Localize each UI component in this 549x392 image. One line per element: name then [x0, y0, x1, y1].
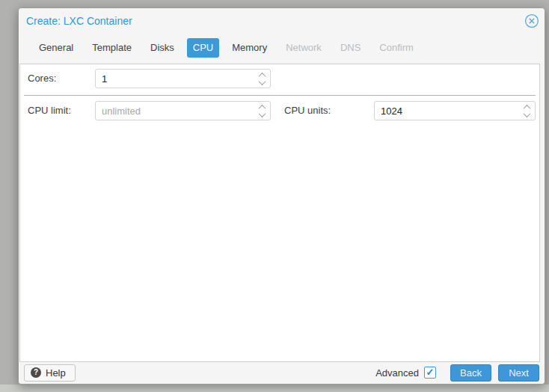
create-lxc-container-dialog: Create: LXC Container GeneralTemplateDis…: [18, 7, 545, 385]
dialog-tabbar: GeneralTemplateDisksCPUMemoryNetworkDNSC…: [33, 38, 426, 58]
advanced-label: Advanced: [375, 367, 419, 379]
tab-disks[interactable]: Disks: [144, 38, 180, 58]
cores-label: Cores:: [28, 69, 56, 88]
cores-spinner-buttons[interactable]: [254, 70, 270, 88]
back-button[interactable]: Back: [450, 364, 491, 382]
cpu-limit-input[interactable]: [96, 102, 254, 120]
cpu-units-input[interactable]: [375, 102, 518, 120]
help-button[interactable]: ? Help: [24, 364, 76, 382]
spinner-down-icon[interactable]: [523, 110, 530, 117]
tab-network: Network: [280, 38, 328, 58]
cpu-units-spinner-buttons[interactable]: [518, 102, 535, 120]
page-background-strip: [0, 385, 549, 392]
row-separator: [24, 95, 536, 96]
footer-right-group: Advanced ✓ Back Next: [375, 364, 539, 382]
next-button[interactable]: Next: [498, 364, 539, 382]
question-icon: ?: [31, 367, 41, 378]
tab-confirm: Confirm: [373, 38, 420, 58]
cpu-units-spinner-field: [374, 101, 536, 120]
tab-cpu[interactable]: CPU: [187, 38, 219, 58]
help-button-label: Help: [46, 367, 66, 379]
spinner-down-icon[interactable]: [258, 78, 266, 85]
dialog-title: Create: LXC Container: [26, 15, 132, 27]
close-circle-icon: [524, 13, 539, 28]
cpu-limit-spinner-field: [95, 101, 271, 120]
cores-input[interactable]: [96, 70, 254, 88]
dialog-footer: ? Help Advanced ✓ Back Next: [19, 361, 545, 384]
cores-spinner-field: [95, 69, 271, 88]
cpu-tab-panel: Cores: CPU limit: CPU units:: [19, 64, 540, 362]
tab-general[interactable]: General: [33, 38, 79, 58]
cpu-limit-label: CPU limit:: [28, 101, 71, 120]
spinner-down-icon[interactable]: [258, 110, 266, 117]
cpu-limit-spinner-buttons[interactable]: [254, 102, 270, 120]
advanced-checkbox[interactable]: ✓: [424, 367, 436, 379]
tab-template[interactable]: Template: [86, 38, 138, 58]
tab-memory[interactable]: Memory: [226, 38, 273, 58]
cpu-units-label: CPU units:: [284, 101, 331, 120]
tab-dns: DNS: [334, 38, 366, 58]
close-button[interactable]: [524, 13, 539, 28]
